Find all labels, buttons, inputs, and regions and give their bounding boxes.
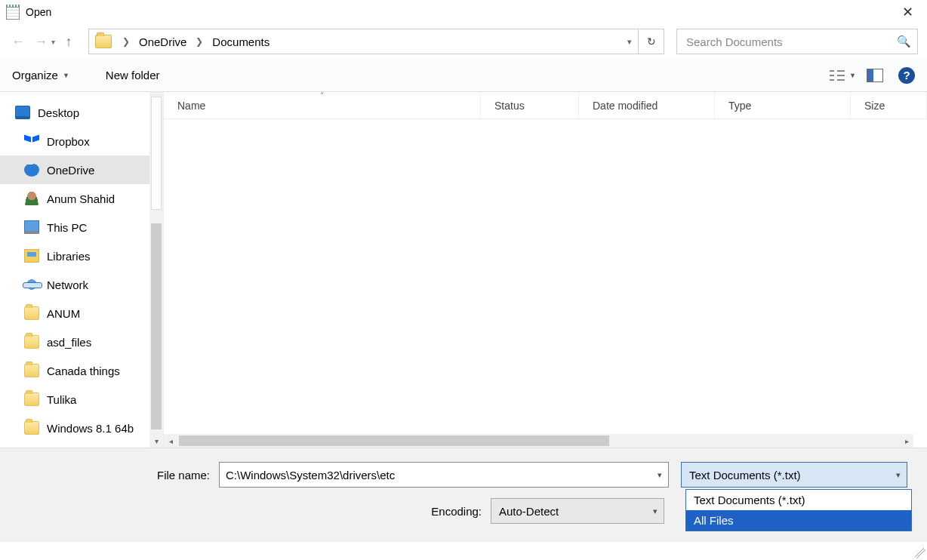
breadcrumb: ❯ OneDrive ❯ Documents — [116, 34, 273, 50]
refresh-button[interactable]: ↻ — [638, 29, 664, 54]
filename-input[interactable]: C:\Windows\System32\drivers\etc ▾ — [219, 462, 669, 488]
forward-button[interactable]: → — [32, 32, 50, 51]
up-button[interactable]: ↑ — [60, 32, 78, 51]
onedrive-icon — [24, 163, 39, 177]
search-placeholder: Search Documents — [686, 35, 897, 48]
sidebar-item-label: ANUM — [47, 307, 80, 320]
sidebar-item-folder[interactable]: asd_files — [0, 328, 163, 356]
column-headers: ˄ Name Status Date modified Type Size — [164, 92, 927, 119]
chevron-right-icon[interactable]: ❯ — [116, 36, 136, 47]
history-dropdown[interactable]: ▾ — [51, 38, 55, 46]
details-view-icon — [830, 69, 846, 82]
folder-icon — [24, 364, 39, 377]
sidebar-item-label: asd_files — [47, 336, 91, 349]
filename-value: C:\Windows\System32\drivers\etc — [226, 469, 658, 482]
chevron-down-icon: ▾ — [896, 470, 901, 480]
encoding-combo[interactable]: Auto-Detect ▾ — [491, 498, 664, 524]
network-icon — [24, 278, 39, 291]
breadcrumb-documents[interactable]: Documents — [209, 34, 273, 50]
pc-icon — [24, 220, 39, 234]
notepad-icon — [6, 5, 20, 20]
column-header-status[interactable]: Status — [481, 92, 579, 118]
search-input[interactable]: Search Documents 🔍 — [676, 29, 918, 54]
sidebar-item-label: OneDrive — [47, 164, 94, 177]
bottom-panel: File name: C:\Windows\System32\drivers\e… — [0, 448, 927, 542]
column-label: Status — [494, 100, 525, 112]
sidebar-item-folder[interactable]: ANUM — [0, 299, 163, 328]
scrollbar-thumb[interactable] — [179, 435, 609, 446]
filetype-value: Text Documents (*.txt) — [689, 469, 801, 482]
column-label: Name — [177, 100, 205, 112]
sidebar-item-thispc[interactable]: This PC — [0, 213, 163, 242]
chevron-down-icon: ▼ — [849, 72, 856, 79]
column-header-type[interactable]: Type — [715, 92, 851, 118]
filetype-dropdown-list: Text Documents (*.txt) All Files — [685, 489, 912, 531]
libraries-icon — [24, 249, 39, 263]
sidebar-item-label: Desktop — [38, 106, 79, 119]
help-button[interactable]: ? — [898, 67, 915, 84]
sidebar-item-label: Tulika — [47, 393, 76, 406]
sidebar-scrollbar[interactable]: ▴ ▾ — [149, 92, 163, 448]
filetype-option-txt[interactable]: Text Documents (*.txt) — [686, 490, 911, 510]
sidebar-item-network[interactable]: Network — [0, 270, 163, 299]
user-icon — [24, 192, 39, 205]
address-dropdown[interactable]: ▾ — [621, 37, 638, 47]
search-icon[interactable]: 🔍 — [897, 35, 911, 48]
sidebar-item-label: Canada things — [47, 365, 120, 377]
window-title: Open — [26, 6, 51, 18]
preview-pane-button[interactable] — [867, 69, 883, 82]
column-header-size[interactable]: Size — [851, 92, 927, 118]
column-label: Date modified — [593, 100, 658, 112]
sidebar-item-user[interactable]: Anum Shahid — [0, 184, 163, 213]
view-button[interactable]: ▼ — [827, 67, 859, 84]
column-header-date[interactable]: Date modified — [579, 92, 715, 118]
sidebar-item-libraries[interactable]: Libraries — [0, 242, 163, 270]
chevron-down-icon: ▼ — [63, 72, 69, 79]
navigation-row: ← → ▾ ↑ ❯ OneDrive ❯ Documents ▾ ↻ Searc… — [0, 24, 927, 59]
breadcrumb-onedrive[interactable]: OneDrive — [136, 34, 189, 50]
folder-icon — [24, 306, 39, 320]
navigation-sidebar: Desktop Dropbox OneDrive Anum Shahid Thi… — [0, 92, 163, 448]
sidebar-item-desktop[interactable]: Desktop — [0, 98, 163, 127]
sidebar-item-label: Dropbox — [47, 135, 90, 148]
sidebar-item-onedrive[interactable]: OneDrive — [0, 155, 163, 184]
resize-grip[interactable] — [915, 548, 925, 558]
filetype-option-allfiles[interactable]: All Files — [686, 510, 911, 531]
encoding-value: Auto-Detect — [499, 505, 559, 518]
column-label: Type — [728, 100, 751, 112]
scrollbar-track[interactable] — [151, 223, 162, 429]
close-button[interactable]: ✕ — [895, 1, 921, 23]
column-header-name[interactable]: ˄ Name — [164, 92, 481, 118]
file-list: ˄ Name Status Date modified Type Size ◂ … — [163, 92, 927, 448]
file-list-body[interactable] — [164, 119, 927, 434]
back-button[interactable]: ← — [9, 32, 27, 51]
title-bar: Open ✕ — [0, 0, 927, 24]
sidebar-item-folder[interactable]: Canada things — [0, 356, 163, 385]
sidebar-item-label: This PC — [47, 221, 87, 234]
organize-menu[interactable]: Organize ▼ — [12, 69, 69, 82]
sidebar-item-label: Network — [47, 278, 88, 291]
address-bar[interactable]: ❯ OneDrive ❯ Documents ▾ ↻ — [88, 29, 664, 54]
folder-icon — [24, 392, 39, 406]
dropbox-icon — [24, 134, 39, 148]
column-label: Size — [864, 100, 885, 112]
sidebar-item-label: Windows 8.1 64b — [47, 422, 134, 435]
encoding-label: Encoding: — [15, 505, 491, 518]
sort-asc-icon: ˄ — [320, 91, 324, 100]
folder-icon — [24, 421, 39, 435]
scroll-down-icon[interactable]: ▾ — [149, 434, 163, 448]
sidebar-item-folder[interactable]: Windows 8.1 64b — [0, 414, 163, 442]
sidebar-item-label: Anum Shahid — [47, 192, 115, 205]
scrollbar-thumb[interactable] — [151, 97, 162, 210]
new-folder-button[interactable]: New folder — [106, 69, 160, 82]
scroll-left-icon[interactable]: ◂ — [164, 434, 177, 448]
chevron-right-icon[interactable]: ❯ — [189, 36, 209, 47]
sidebar-item-dropbox[interactable]: Dropbox — [0, 127, 163, 155]
filetype-combo[interactable]: Text Documents (*.txt) ▾ — [681, 462, 907, 488]
chevron-down-icon: ▾ — [653, 506, 658, 516]
toolbar: Organize ▼ New folder ▼ ? — [0, 59, 927, 92]
scroll-right-icon[interactable]: ▸ — [900, 434, 913, 448]
sidebar-item-folder[interactable]: Tulika — [0, 385, 163, 414]
chevron-down-icon[interactable]: ▾ — [658, 470, 662, 480]
horizontal-scrollbar[interactable]: ◂ ▸ — [164, 434, 913, 448]
